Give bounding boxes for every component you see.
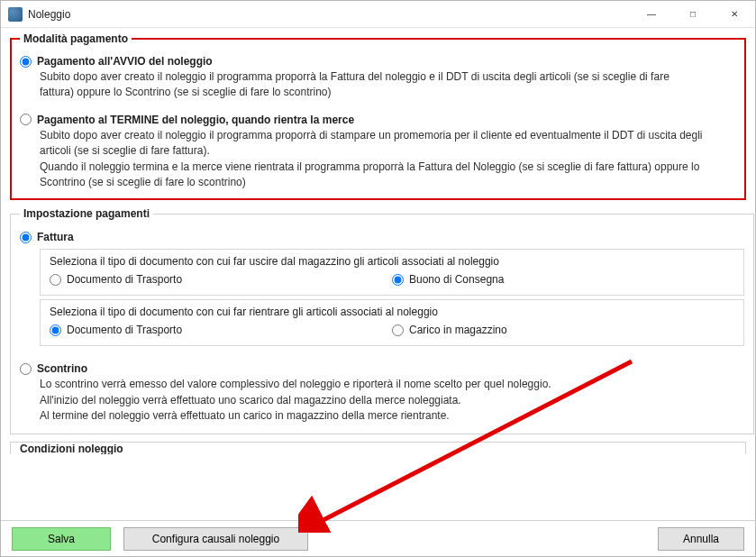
rientro-prompt: Seleziona il tipo di documento con cui f… (50, 306, 734, 318)
payment-end-desc: Subito dopo aver creato il noleggio il p… (40, 128, 736, 191)
save-button[interactable]: Salva (12, 527, 111, 551)
payment-start-desc: Subito dopo aver creato il noleggio il p… (40, 69, 688, 101)
fattura-subgroup: Seleziona il tipo di documento con cui f… (40, 249, 744, 346)
maximize-button[interactable]: □ (672, 1, 714, 27)
rientro-ddt-row[interactable]: Documento di Trasporto (50, 324, 392, 336)
scontrino-desc: Lo scontrino verrà emesso del valore com… (40, 377, 744, 424)
rientro-carico-row[interactable]: Carico in magazzino (392, 324, 734, 336)
uscita-ddt-label: Documento di Trasporto (67, 273, 182, 286)
scontrino-label: Scontrino (37, 362, 87, 375)
configure-causali-button[interactable]: Configura causali noleggio (123, 527, 308, 551)
payment-end-row[interactable]: Pagamento al TERMINE del noleggio, quand… (20, 114, 736, 126)
conditions-group: Condizioni noleggio (10, 442, 746, 454)
payment-mode-group: Modalità pagamento Pagamento all'AVVIO d… (10, 32, 746, 200)
payment-start-row[interactable]: Pagamento all'AVVIO del noleggio (20, 55, 736, 68)
fattura-label: Fattura (37, 231, 74, 243)
rientro-box: Seleziona il tipo di documento con cui f… (40, 299, 744, 346)
uscita-ddt-row[interactable]: Documento di Trasporto (50, 273, 392, 286)
conditions-legend: Condizioni noleggio (20, 443, 123, 454)
uscita-ddt-radio[interactable] (50, 274, 61, 286)
content-area: Modalità pagamento Pagamento all'AVVIO d… (1, 28, 755, 522)
minimize-button[interactable]: ― (631, 1, 672, 27)
rientro-ddt-radio[interactable] (50, 324, 61, 336)
payment-start-label: Pagamento all'AVVIO del noleggio (37, 55, 213, 68)
payment-settings-group: Impostazione pagamenti Fattura Seleziona… (10, 207, 754, 434)
payment-mode-legend: Modalità pagamento (20, 32, 132, 45)
payment-end-label: Pagamento al TERMINE del noleggio, quand… (37, 114, 354, 126)
fattura-radio[interactable] (20, 232, 32, 243)
uscita-box: Seleziona il tipo di documento con cui f… (40, 249, 744, 296)
payment-start-radio[interactable] (20, 56, 32, 68)
window-controls: ― □ ✕ (631, 1, 755, 27)
app-icon (8, 7, 23, 22)
fattura-row[interactable]: Fattura (20, 231, 744, 243)
titlebar: Noleggio ― □ ✕ (1, 1, 755, 28)
uscita-buono-radio[interactable] (392, 274, 404, 286)
close-button[interactable]: ✕ (714, 1, 755, 27)
payment-settings-legend: Impostazione pagamenti (20, 207, 153, 220)
window-title: Noleggio (28, 8, 631, 21)
rientro-carico-label: Carico in magazzino (409, 324, 507, 336)
uscita-prompt: Seleziona il tipo di documento con cui f… (50, 255, 734, 268)
scontrino-radio[interactable] (20, 363, 32, 375)
rientro-carico-radio[interactable] (392, 324, 404, 336)
cancel-button[interactable]: Annulla (658, 527, 744, 551)
scontrino-row[interactable]: Scontrino (20, 362, 744, 375)
footer-bar: Salva Configura causali noleggio Annulla (1, 520, 755, 556)
uscita-buono-label: Buono di Consegna (409, 273, 504, 286)
uscita-buono-row[interactable]: Buono di Consegna (392, 273, 734, 286)
payment-end-radio[interactable] (20, 114, 32, 125)
rientro-ddt-label: Documento di Trasporto (67, 324, 182, 336)
